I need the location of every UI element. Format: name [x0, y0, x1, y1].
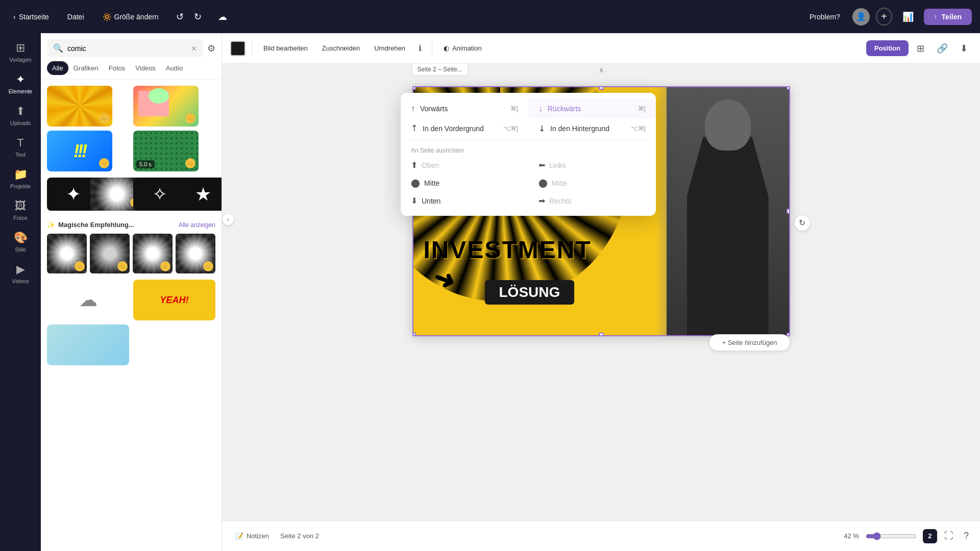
menu-item-to-front[interactable]: ⤒ In den Vordergrund ⌥⌘] [401, 118, 528, 138]
align-left-icon: ⬅ [538, 160, 545, 170]
zoom-slider[interactable] [866, 532, 917, 540]
projekte-icon: 📁 [14, 168, 28, 181]
animation-button[interactable]: ◐ Animation [438, 41, 487, 55]
search-clear-icon[interactable]: ✕ [191, 44, 197, 53]
position-button[interactable]: Position [866, 40, 909, 56]
help-button[interactable]: ? [961, 529, 972, 543]
add-collaborator-button[interactable]: + [876, 8, 892, 26]
search-result-2[interactable]: 👑 [133, 86, 199, 127]
align-middle-h[interactable]: ⬤ Mitte [401, 174, 528, 192]
elements-panel: 🔍 ✕ ⚙ Alle Grafiken Fotos Videos Audio 👑… [41, 33, 222, 551]
magic-item-2[interactable]: 👑 [90, 234, 130, 273]
align-middle-v[interactable]: ⬤ Mitte [528, 174, 656, 192]
star-item-4[interactable]: ★ [177, 178, 223, 211]
stile-icon: 🎨 [14, 231, 28, 244]
premium-badge-4: 👑 [185, 158, 195, 168]
sidebar-item-vorlagen[interactable]: ⊞ Vorlagen [0, 37, 41, 67]
sidebar-item-stile[interactable]: 🎨 Stile [0, 227, 41, 257]
resize-handle-tl[interactable] [412, 86, 416, 90]
menu-item-to-back[interactable]: ⤓ In den Hintergrund ⌥⌘[ [528, 118, 656, 138]
align-bottom[interactable]: ⬇ Unten [401, 192, 528, 210]
resize-handle-rm[interactable] [787, 209, 790, 214]
align-top-icon: ⬆ [411, 160, 418, 170]
align-middle-v-label: Mitte [552, 179, 567, 187]
uploads-label: Uploads [10, 120, 31, 126]
sidebar-item-fotos[interactable]: 🖼 Fotos [0, 195, 41, 225]
cat-tab-audio[interactable]: Audio [161, 61, 188, 75]
cat-tab-fotos[interactable]: Fotos [104, 61, 131, 75]
magic-item-4[interactable]: 👑 [176, 234, 215, 273]
align-left[interactable]: ⬅ Links [528, 156, 656, 174]
undo-button[interactable]: ↺ [172, 8, 188, 26]
redo-button[interactable]: ↻ [190, 8, 206, 26]
resize-handle-tr[interactable] [787, 86, 790, 90]
person-area [656, 87, 789, 335]
to-back-icon: ⤓ [538, 123, 545, 133]
cat-tab-videos[interactable]: Videos [130, 61, 161, 75]
align-top[interactable]: ⬆ Oben [401, 156, 528, 174]
panel-collapse-arrow[interactable]: ‹ [222, 213, 234, 226]
filter-button[interactable]: ⚙ [207, 43, 215, 54]
videos-label: Videos [12, 278, 29, 284]
home-button[interactable]: ‹ Startseite [8, 10, 54, 24]
flip-button[interactable]: Umdrehen [369, 41, 410, 55]
file-button[interactable]: Datei [62, 10, 89, 24]
info-button[interactable]: ℹ [414, 40, 426, 56]
page-label: Seite 2 – Seite... [412, 64, 468, 75]
sidebar-item-projekte[interactable]: 📁 Projekte [0, 164, 41, 193]
sidebar: ⊞ Vorlagen ✦ Elemente ⬆ Uploads T Text 📁… [0, 33, 41, 551]
yeah-item[interactable]: YEAH! [133, 280, 215, 320]
sidebar-item-videos[interactable]: ▶ Videos [0, 259, 41, 288]
refresh-button[interactable]: ↻ [794, 215, 811, 231]
page-indicator: Seite 2 von 2 [280, 532, 319, 540]
edit-image-button[interactable]: Bild bearbeiten [258, 41, 313, 55]
search-bar: 🔍 ✕ ⚙ [41, 33, 222, 61]
link-button[interactable]: 🔗 [933, 40, 952, 57]
problem-button[interactable]: Problem? [803, 10, 846, 24]
search-input[interactable] [67, 44, 187, 53]
menu-item-backward[interactable]: ↓ Rückwärts ⌘[ [528, 99, 656, 118]
sidebar-item-uploads[interactable]: ⬆ Uploads [0, 101, 41, 130]
sidebar-item-elemente[interactable]: ✦ Elemente [0, 69, 41, 98]
save-cloud-button[interactable]: ☁ [214, 8, 231, 26]
projekte-label: Projekte [10, 183, 31, 189]
fullscreen-button[interactable]: ⛶ [941, 529, 957, 543]
magic-title: ✨ Magische Empfehlung... [47, 221, 134, 229]
menu-row-front-back: ⤒ In den Vordergrund ⌥⌘] ⤓ In den Hinter… [401, 118, 656, 138]
magic-section: ✨ Magische Empfehlung... Alle anzeigen 👑… [41, 215, 222, 280]
share-button[interactable]: ↑ Teilen [924, 9, 972, 25]
search-result-3[interactable]: !!! 👑 [47, 131, 112, 171]
magic-item-1[interactable]: 👑 [47, 234, 87, 273]
animation-label: Animation [452, 44, 482, 52]
blue-fade-item[interactable] [47, 324, 129, 365]
cloud-item[interactable]: ☁ [47, 280, 129, 320]
add-page-button[interactable]: + Seite hinzufügen [709, 334, 790, 351]
toolbar: Bild bearbeiten Zuschneiden Umdrehen ℹ ◐… [222, 33, 980, 64]
search-result-4[interactable]: 5.0 s 👑 [133, 131, 199, 171]
color-swatch[interactable] [230, 41, 246, 56]
search-result-1[interactable]: 👑 [47, 86, 112, 127]
sidebar-item-text[interactable]: T Text [0, 132, 41, 162]
premium-badge-1: 👑 [99, 113, 109, 123]
magic-item-3[interactable]: 👑 [133, 234, 173, 273]
analytics-button[interactable]: 📊 [898, 8, 918, 26]
vorlagen-icon: ⊞ [16, 41, 25, 55]
crop-button[interactable]: Zuschneiden [317, 41, 365, 55]
toolbar-divider-2 [432, 41, 432, 56]
animation-icon: ◐ [444, 44, 449, 52]
magic-premium-3: 👑 [160, 261, 170, 271]
resize-handle-bl[interactable] [412, 333, 416, 336]
to-front-label: In den Vordergrund [423, 124, 484, 133]
main-header: ‹ Startseite Datei 🔆 Größe ändern ↺ ↻ ☁ … [0, 0, 980, 33]
resize-button[interactable]: 🔆 Größe ändern [97, 10, 164, 24]
menu-item-forward[interactable]: ↑ Vorwärts ⌘] [401, 99, 528, 118]
cat-tab-grafiken[interactable]: Grafiken [68, 61, 104, 75]
notes-button[interactable]: 📝 Notizen [230, 529, 274, 543]
align-right[interactable]: ➡ Rechts [528, 192, 656, 210]
cat-tab-alle[interactable]: Alle [47, 61, 68, 75]
grid-overlay-button[interactable]: ⊞ [913, 40, 928, 57]
forward-icon: ↑ [411, 104, 415, 113]
show-all-button[interactable]: Alle anzeigen [179, 221, 215, 229]
more-options-button[interactable]: ⬇ [956, 40, 972, 57]
page-count-button[interactable]: 2 [923, 529, 937, 543]
